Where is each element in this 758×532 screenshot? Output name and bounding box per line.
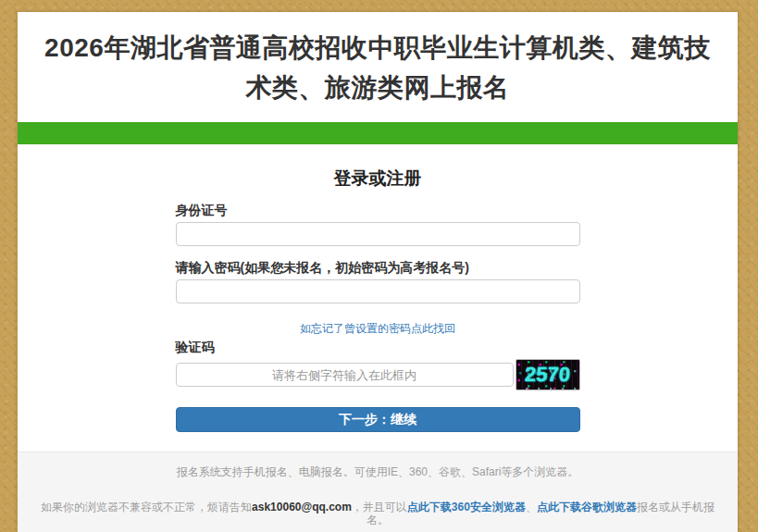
captcha-label: 验证码 bbox=[176, 340, 580, 354]
page-title: 2026年湖北省普通高校招收中职毕业生计算机类、建筑技术类、旅游类网上报名 bbox=[43, 28, 712, 107]
forgot-password-row: 如忘记了曾设置的密码点此找回 bbox=[176, 319, 580, 337]
forgot-password-link[interactable]: 如忘记了曾设置的密码点此找回 bbox=[300, 322, 455, 335]
page-footer: 报名系统支持手机报名、电脑报名。可使用IE、360、谷歌、Safari等多个浏览… bbox=[18, 452, 738, 532]
captcha-code-text: 2570 bbox=[524, 365, 570, 385]
login-form: 身份证号 请输入密码(如果您未报名，初始密码为高考报名号) 如忘记了曾设置的密码… bbox=[176, 203, 580, 432]
compat-prefix-text: 如果你的浏览器不兼容或不正常，烦请告知 bbox=[41, 501, 252, 513]
download-chrome-browser-link[interactable]: 点此下载谷歌浏览器 bbox=[537, 501, 637, 513]
id-number-label: 身份证号 bbox=[176, 203, 580, 217]
green-divider-bar bbox=[18, 122, 738, 144]
registration-login-page: { "header": { "title": "2026年湖北省普通高校招收中职… bbox=[0, 0, 758, 532]
next-step-button[interactable]: 下一步：继续 bbox=[176, 407, 580, 432]
captcha-input[interactable] bbox=[176, 363, 514, 387]
page-card: 2026年湖北省普通高校招收中职毕业生计算机类、建筑技术类、旅游类网上报名 登录… bbox=[18, 12, 738, 532]
login-heading: 登录或注册 bbox=[18, 168, 738, 189]
page-header: 2026年湖北省普通高校招收中职毕业生计算机类、建筑技术类、旅游类网上报名 bbox=[18, 12, 738, 122]
link-separator-text: 、 bbox=[526, 501, 537, 513]
captcha-row: 2570 bbox=[176, 359, 580, 390]
captcha-image[interactable]: 2570 bbox=[516, 359, 580, 390]
password-label: 请输入密码(如果您未报名，初始密码为高考报名号) bbox=[176, 260, 580, 275]
compat-mid-text: ，并且可以 bbox=[352, 501, 407, 513]
download-360-browser-link[interactable]: 点此下载360安全浏览器 bbox=[407, 501, 526, 513]
compatibility-note: 如果你的浏览器不兼容或不正常，烦请告知ask10060@qq.com，并且可以点… bbox=[36, 501, 719, 526]
contact-email: ask10060@qq.com bbox=[252, 501, 352, 513]
password-input[interactable] bbox=[176, 279, 580, 303]
browser-support-note: 报名系统支持手机报名、电脑报名。可使用IE、360、谷歌、Safari等多个浏览… bbox=[36, 465, 719, 478]
id-number-input[interactable] bbox=[176, 222, 580, 246]
login-section: 登录或注册 身份证号 请输入密码(如果您未报名，初始密码为高考报名号) 如忘记了… bbox=[18, 144, 738, 452]
